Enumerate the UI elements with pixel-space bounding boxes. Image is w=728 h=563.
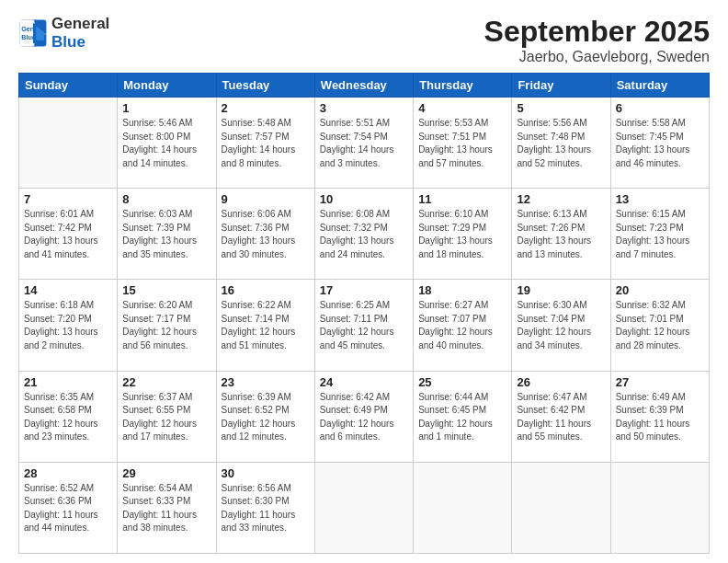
col-wednesday: Wednesday: [314, 74, 413, 98]
table-row: 24Sunrise: 6:42 AMSunset: 6:49 PMDayligh…: [314, 371, 413, 462]
day-info: Sunrise: 6:49 AMSunset: 6:39 PMDaylight:…: [616, 391, 704, 444]
table-row: 6Sunrise: 5:58 AMSunset: 7:45 PMDaylight…: [610, 98, 709, 189]
day-info: Sunrise: 6:10 AMSunset: 7:29 PMDaylight:…: [418, 208, 506, 261]
day-number: 1: [122, 101, 210, 115]
col-tuesday: Tuesday: [216, 74, 314, 98]
day-info: Sunrise: 6:39 AMSunset: 6:52 PMDaylight:…: [222, 391, 310, 444]
table-row: [414, 462, 512, 553]
table-row: 13Sunrise: 6:15 AMSunset: 7:23 PMDayligh…: [610, 189, 709, 280]
day-number: 24: [320, 375, 408, 389]
day-info: Sunrise: 6:18 AMSunset: 7:20 PMDaylight:…: [24, 299, 112, 352]
day-number: 21: [24, 375, 112, 389]
table-row: [512, 462, 610, 553]
day-number: 19: [517, 283, 605, 297]
day-info: Sunrise: 6:30 AMSunset: 7:04 PMDaylight:…: [517, 299, 605, 352]
table-row: 11Sunrise: 6:10 AMSunset: 7:29 PMDayligh…: [414, 189, 512, 280]
table-row: 15Sunrise: 6:20 AMSunset: 7:17 PMDayligh…: [118, 280, 216, 371]
day-info: Sunrise: 6:52 AMSunset: 6:36 PMDaylight:…: [24, 482, 112, 535]
day-number: 27: [616, 375, 704, 389]
day-number: 30: [222, 466, 310, 480]
day-info: Sunrise: 5:46 AMSunset: 8:00 PMDaylight:…: [122, 117, 210, 170]
calendar-title: September 2025: [484, 15, 710, 49]
table-row: 3Sunrise: 5:51 AMSunset: 7:54 PMDaylight…: [314, 98, 413, 189]
table-row: 9Sunrise: 6:06 AMSunset: 7:36 PMDaylight…: [216, 189, 314, 280]
logo-icon: General Blue: [18, 18, 48, 48]
day-number: 29: [122, 466, 210, 480]
calendar-subtitle: Jaerbo, Gaevleborg, Sweden: [484, 49, 710, 65]
day-number: 7: [24, 192, 112, 206]
table-row: 4Sunrise: 5:53 AMSunset: 7:51 PMDaylight…: [414, 98, 512, 189]
day-info: Sunrise: 6:15 AMSunset: 7:23 PMDaylight:…: [616, 208, 704, 261]
table-row: 20Sunrise: 6:32 AMSunset: 7:01 PMDayligh…: [610, 280, 709, 371]
day-info: Sunrise: 5:53 AMSunset: 7:51 PMDaylight:…: [418, 117, 506, 170]
day-number: 10: [320, 192, 408, 206]
table-row: 30Sunrise: 6:56 AMSunset: 6:30 PMDayligh…: [216, 462, 314, 553]
col-friday: Friday: [512, 74, 610, 98]
table-row: [19, 98, 118, 189]
table-row: 2Sunrise: 5:48 AMSunset: 7:57 PMDaylight…: [216, 98, 314, 189]
day-number: 14: [24, 283, 112, 297]
day-info: Sunrise: 6:44 AMSunset: 6:45 PMDaylight:…: [418, 391, 506, 444]
table-row: 8Sunrise: 6:03 AMSunset: 7:39 PMDaylight…: [118, 189, 216, 280]
day-number: 9: [222, 192, 310, 206]
day-info: Sunrise: 5:48 AMSunset: 7:57 PMDaylight:…: [222, 117, 310, 170]
table-row: 18Sunrise: 6:27 AMSunset: 7:07 PMDayligh…: [414, 280, 512, 371]
table-row: 25Sunrise: 6:44 AMSunset: 6:45 PMDayligh…: [414, 371, 512, 462]
table-row: 21Sunrise: 6:35 AMSunset: 6:58 PMDayligh…: [19, 371, 118, 462]
table-row: 23Sunrise: 6:39 AMSunset: 6:52 PMDayligh…: [216, 371, 314, 462]
day-number: 2: [222, 101, 310, 115]
table-row: 29Sunrise: 6:54 AMSunset: 6:33 PMDayligh…: [118, 462, 216, 553]
day-info: Sunrise: 6:25 AMSunset: 7:11 PMDaylight:…: [320, 299, 408, 352]
day-number: 17: [320, 283, 408, 297]
table-row: 27Sunrise: 6:49 AMSunset: 6:39 PMDayligh…: [610, 371, 709, 462]
table-row: 16Sunrise: 6:22 AMSunset: 7:14 PMDayligh…: [216, 280, 314, 371]
day-info: Sunrise: 6:35 AMSunset: 6:58 PMDaylight:…: [24, 391, 112, 444]
day-number: 11: [418, 192, 506, 206]
day-info: Sunrise: 5:56 AMSunset: 7:48 PMDaylight:…: [517, 117, 605, 170]
day-number: 16: [222, 283, 310, 297]
table-row: 17Sunrise: 6:25 AMSunset: 7:11 PMDayligh…: [314, 280, 413, 371]
day-number: 5: [517, 101, 605, 115]
col-thursday: Thursday: [414, 74, 512, 98]
day-info: Sunrise: 6:13 AMSunset: 7:26 PMDaylight:…: [517, 208, 605, 261]
header-row: Sunday Monday Tuesday Wednesday Thursday…: [19, 74, 710, 98]
day-number: 18: [418, 283, 506, 297]
day-number: 22: [122, 375, 210, 389]
table-row: [610, 462, 709, 553]
table-row: 5Sunrise: 5:56 AMSunset: 7:48 PMDaylight…: [512, 98, 610, 189]
day-number: 15: [122, 283, 210, 297]
day-info: Sunrise: 6:42 AMSunset: 6:49 PMDaylight:…: [320, 391, 408, 444]
table-row: 26Sunrise: 6:47 AMSunset: 6:42 PMDayligh…: [512, 371, 610, 462]
logo: General Blue General Blue: [18, 15, 109, 52]
col-sunday: Sunday: [19, 74, 118, 98]
day-info: Sunrise: 6:47 AMSunset: 6:42 PMDaylight:…: [517, 391, 605, 444]
calendar-table: Sunday Monday Tuesday Wednesday Thursday…: [18, 73, 710, 554]
logo-text-line2: Blue: [51, 33, 109, 52]
table-row: 12Sunrise: 6:13 AMSunset: 7:26 PMDayligh…: [512, 189, 610, 280]
day-info: Sunrise: 6:27 AMSunset: 7:07 PMDaylight:…: [418, 299, 506, 352]
day-number: 13: [616, 192, 704, 206]
col-saturday: Saturday: [610, 74, 709, 98]
day-info: Sunrise: 5:51 AMSunset: 7:54 PMDaylight:…: [320, 117, 408, 170]
logo-text-line1: General: [51, 15, 109, 33]
table-row: [314, 462, 413, 553]
day-info: Sunrise: 6:22 AMSunset: 7:14 PMDaylight:…: [222, 299, 310, 352]
day-info: Sunrise: 6:06 AMSunset: 7:36 PMDaylight:…: [222, 208, 310, 261]
day-number: 3: [320, 101, 408, 115]
table-row: 28Sunrise: 6:52 AMSunset: 6:36 PMDayligh…: [19, 462, 118, 553]
col-monday: Monday: [118, 74, 216, 98]
table-row: 7Sunrise: 6:01 AMSunset: 7:42 PMDaylight…: [19, 189, 118, 280]
day-info: Sunrise: 5:58 AMSunset: 7:45 PMDaylight:…: [616, 117, 704, 170]
day-info: Sunrise: 6:32 AMSunset: 7:01 PMDaylight:…: [616, 299, 704, 352]
table-row: 10Sunrise: 6:08 AMSunset: 7:32 PMDayligh…: [314, 189, 413, 280]
day-number: 8: [122, 192, 210, 206]
day-info: Sunrise: 6:08 AMSunset: 7:32 PMDaylight:…: [320, 208, 408, 261]
day-info: Sunrise: 6:03 AMSunset: 7:39 PMDaylight:…: [122, 208, 210, 261]
day-number: 20: [616, 283, 704, 297]
day-number: 26: [517, 375, 605, 389]
day-number: 4: [418, 101, 506, 115]
day-info: Sunrise: 6:56 AMSunset: 6:30 PMDaylight:…: [222, 482, 310, 535]
day-info: Sunrise: 6:54 AMSunset: 6:33 PMDaylight:…: [122, 482, 210, 535]
table-row: 22Sunrise: 6:37 AMSunset: 6:55 PMDayligh…: [118, 371, 216, 462]
table-row: 19Sunrise: 6:30 AMSunset: 7:04 PMDayligh…: [512, 280, 610, 371]
